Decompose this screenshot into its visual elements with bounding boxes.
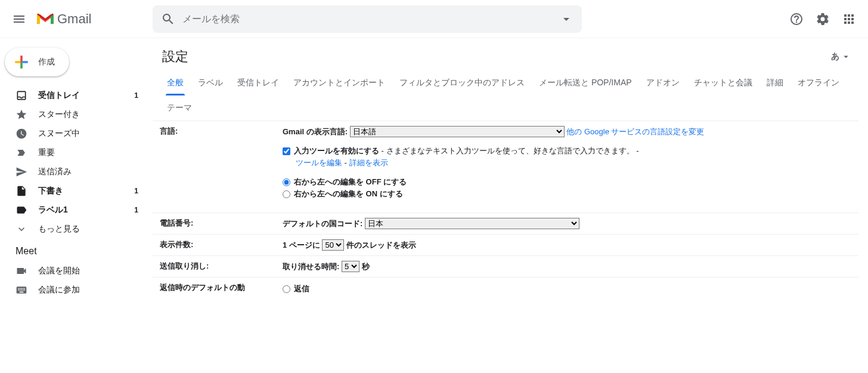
gmail-icon	[36, 12, 55, 26]
main-menu-button[interactable]	[5, 5, 33, 33]
pagesize-row-label: 表示件数:	[153, 235, 278, 256]
apps-button[interactable]	[837, 7, 861, 31]
meet-item-label: 会議を開始	[38, 266, 141, 276]
meet-item-video[interactable]: 会議を開始	[0, 261, 148, 280]
sidebar-item-label: 受信トレイ	[38, 90, 134, 101]
draft-icon	[16, 185, 27, 197]
other-services-link[interactable]: 他の Google サービスの言語設定を変更	[566, 127, 704, 136]
label-icon	[16, 204, 27, 216]
settings-tab-6[interactable]: アドオン	[639, 70, 687, 95]
sidebar-item-count: 1	[134, 187, 138, 195]
settings-tab-10[interactable]: テーマ	[160, 95, 199, 121]
sidebar-item-draft[interactable]: 下書き1	[0, 181, 148, 201]
send-icon	[16, 166, 27, 178]
clock-icon	[16, 128, 27, 140]
sidebar-item-label: 下書き	[38, 186, 134, 196]
sidebar-item-send[interactable]: 送信済み	[0, 162, 148, 181]
compose-button[interactable]: 作成	[5, 48, 69, 76]
display-language-select[interactable]: 日本語	[350, 126, 565, 137]
settings-tab-7[interactable]: チャットと会議	[687, 70, 760, 95]
settings-tab-4[interactable]: フィルタとブロック中のアドレス	[392, 70, 532, 95]
settings-tab-0[interactable]: 全般	[160, 70, 191, 95]
sidebar-item-clock[interactable]: スヌーズ中	[0, 124, 148, 143]
sidebar-item-label: ラベル1	[38, 205, 134, 215]
gear-icon	[816, 12, 830, 26]
settings-button[interactable]	[811, 7, 835, 31]
sidebar-item-label: スター付き	[38, 109, 138, 120]
gmail-logo-text: Gmail	[57, 11, 91, 27]
keyboard-icon	[16, 284, 27, 296]
settings-tab-1[interactable]: ラベル	[191, 70, 230, 95]
dropdown-small-icon	[841, 51, 851, 62]
search-options-button[interactable]	[554, 7, 578, 31]
sidebar-item-star[interactable]: スター付き	[0, 105, 148, 124]
show-details-link[interactable]: 詳細を表示	[349, 158, 388, 167]
phone-row-label: 電話番号:	[153, 213, 278, 235]
inbox-icon	[16, 90, 27, 101]
page-title: 設定	[162, 48, 188, 66]
hamburger-icon	[12, 12, 26, 26]
search-button[interactable]	[156, 7, 180, 31]
search-icon	[161, 12, 175, 26]
expand-icon	[16, 223, 27, 235]
meet-section-header: Meet	[0, 239, 153, 261]
reply-row-label: 返信時のデフォルトの動	[153, 278, 278, 301]
sidebar-item-label: 送信済み	[38, 167, 138, 177]
undo-row-label: 送信取り消し:	[153, 256, 278, 278]
search-box	[153, 5, 582, 33]
settings-tab-2[interactable]: 受信トレイ	[230, 70, 286, 95]
language-row-label: 言語:	[153, 121, 278, 213]
help-icon	[789, 12, 804, 26]
sidebar-item-label: もっと見る	[38, 224, 138, 235]
sidebar-item-important[interactable]: 重要	[0, 143, 148, 162]
page-size-select[interactable]: 50	[322, 239, 344, 251]
country-code-select[interactable]: 日本	[365, 218, 579, 229]
search-input[interactable]	[180, 14, 554, 24]
plus-icon	[12, 53, 31, 72]
support-button[interactable]	[785, 7, 808, 31]
settings-tab-8[interactable]: 詳細	[760, 70, 790, 95]
meet-item-keyboard[interactable]: 会議に参加	[0, 280, 148, 300]
sidebar-item-count: 1	[134, 91, 138, 100]
settings-tab-3[interactable]: アカウントとインポート	[286, 70, 392, 95]
sidebar-item-count: 1	[134, 206, 138, 214]
sidebar-item-label: 重要	[38, 147, 138, 158]
display-lang-label: Gmail の表示言語:	[283, 127, 348, 136]
sidebar-item-label: スヌーズ中	[38, 128, 138, 139]
apps-grid-icon	[842, 12, 856, 26]
rtl-on-radio[interactable]	[283, 190, 290, 198]
reply-default-radio[interactable]	[283, 285, 290, 293]
sidebar-item-label[interactable]: ラベル11	[0, 201, 148, 220]
sidebar-item-expand[interactable]: もっと見る	[0, 220, 148, 239]
video-icon	[16, 265, 27, 277]
gmail-logo[interactable]: Gmail	[33, 11, 91, 27]
compose-label: 作成	[38, 57, 55, 67]
undo-time-select[interactable]: 5	[342, 261, 359, 272]
star-icon	[16, 109, 27, 121]
meet-item-label: 会議に参加	[38, 285, 141, 295]
input-tools-checkbox[interactable]	[283, 147, 290, 155]
rtl-off-radio[interactable]	[283, 178, 290, 186]
edit-tools-link[interactable]: ツールを編集	[296, 158, 342, 167]
settings-tab-9[interactable]: オフライン	[790, 70, 847, 95]
sidebar-item-inbox[interactable]: 受信トレイ1	[0, 86, 148, 105]
dropdown-icon	[559, 12, 574, 26]
settings-tab-5[interactable]: メール転送と POP/IMAP	[532, 70, 639, 95]
important-icon	[16, 147, 27, 159]
input-method-button[interactable]: あ	[829, 49, 854, 64]
